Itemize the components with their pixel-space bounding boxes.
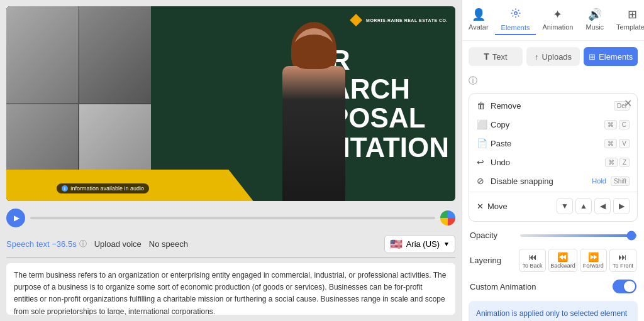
backward-button[interactable]: ⏪ Backward: [548, 249, 577, 272]
templates-icon: ⊞: [628, 8, 637, 21]
top-nav: 👤 Avatar Elements ✦ Animation 🔊 Music ⊞ …: [462, 0, 644, 41]
flag-icon: 🇺🇸: [390, 238, 402, 250]
nav-music[interactable]: 🔊 Music: [579, 5, 610, 35]
context-menu: ✕ 🗑 Remove Del ⬜ Copy ⌘ C 📄 Paste ⌘ V: [469, 93, 638, 222]
move-right-button[interactable]: ▶: [613, 198, 630, 214]
play-button[interactable]: ▶: [6, 209, 25, 227]
menu-item-undo[interactable]: ↩ Undo ⌘ Z: [469, 153, 637, 171]
no-speech-button[interactable]: No speech: [149, 239, 188, 249]
person-body: [282, 66, 345, 201]
logo-area: MORRIS-RAINE REAL ESTATE CO.: [350, 14, 448, 26]
elements-tab-icon: ⊞: [589, 52, 596, 62]
info-circle-icon: ⓘ: [469, 75, 477, 85]
photo-cell-2: [79, 6, 151, 103]
canvas-area: MORRIS-RAINE REAL ESTATE CO. R ARCH POSA…: [6, 6, 455, 201]
animation-icon: ✦: [553, 8, 562, 21]
close-menu-button[interactable]: ✕: [624, 97, 632, 109]
logo-text: MORRIS-RAINE REAL ESTATE CO.: [366, 18, 448, 23]
toggle-knob: [624, 281, 635, 292]
menu-item-remove[interactable]: 🗑 Remove Del: [469, 96, 637, 115]
canvas-inner: MORRIS-RAINE REAL ESTATE CO. R ARCH POSA…: [6, 6, 455, 201]
avatar-icon: 👤: [472, 8, 486, 21]
undo-shortcut: ⌘ Z: [605, 158, 630, 167]
undo-icon: ↩: [477, 157, 491, 167]
to-front-button[interactable]: ⏭ To Front: [609, 249, 636, 272]
uploads-tab-icon: ↑: [535, 52, 539, 62]
to-back-button[interactable]: ⏮ To Back: [519, 249, 546, 272]
move-icon: ✕: [477, 202, 484, 211]
nav-templates[interactable]: ⊞ Templates: [610, 5, 644, 35]
animation-info-box: Animation is applied only to selected el…: [469, 301, 638, 321]
nav-elements[interactable]: Elements: [495, 5, 536, 35]
google-logo-icon: [440, 210, 455, 226]
move-up-button[interactable]: ▲: [575, 198, 592, 214]
voice-selector[interactable]: 🇺🇸 Aria (US) ▼: [384, 235, 455, 253]
chevron-down-icon: ▼: [443, 241, 450, 248]
info-dot-icon: i: [62, 185, 68, 192]
right-panel: 👤 Avatar Elements ✦ Animation 🔊 Music ⊞ …: [462, 0, 644, 321]
playback-bar: ▶: [6, 206, 455, 230]
custom-animation-row: Custom Animation: [462, 276, 644, 297]
upload-voice-button[interactable]: Upload voice: [94, 239, 142, 249]
paste-shortcut: ⌘ V: [604, 139, 630, 148]
paste-icon: 📄: [477, 138, 491, 148]
opacity-row: Opacity: [462, 226, 644, 245]
menu-item-disable-snapping[interactable]: ⊘ Disable snapping Hold Shift: [469, 171, 637, 190]
copy-icon: ⬜: [477, 119, 491, 129]
menu-divider: [469, 192, 637, 192]
opacity-slider[interactable]: [520, 234, 636, 237]
slide-title: R ARCH POSAL NTATION: [330, 46, 449, 162]
forward-button[interactable]: ⏩ Forward: [580, 249, 607, 272]
nav-animation[interactable]: ✦ Animation: [536, 5, 579, 35]
logo-diamond-icon: [350, 14, 362, 26]
elements-icon: [510, 8, 521, 22]
progress-bar[interactable]: [30, 217, 435, 219]
play-icon: ▶: [14, 214, 19, 222]
layering-row: Layering ⏮ To Back ⏪ Backward ⏩ Forward …: [462, 245, 644, 276]
menu-item-move: ✕ Move ▼ ▲ ◀ ▶: [469, 193, 637, 219]
tab-text[interactable]: T Text: [469, 47, 523, 66]
forward-icon: ⏩: [588, 252, 599, 262]
custom-animation-toggle[interactable]: [613, 280, 636, 293]
move-left-button[interactable]: ◀: [594, 198, 611, 214]
tab-elements[interactable]: ⊞ Elements: [584, 47, 638, 66]
snapping-icon: ⊘: [477, 176, 491, 186]
info-badge: i Information available in audio: [57, 183, 149, 193]
layer-buttons-group: ⏮ To Back ⏪ Backward ⏩ Forward ⏭ To Fron…: [519, 249, 636, 272]
move-arrows-group: ▼ ▲ ◀ ▶: [557, 198, 630, 214]
music-icon: 🔊: [588, 8, 602, 21]
speech-info-icon: ⓘ: [79, 239, 87, 249]
text-content-area: The term business refers to an organizat…: [6, 263, 455, 315]
svg-point-0: [514, 12, 517, 15]
action-tabs: T Text ↑ Uploads ⊞ Elements: [462, 41, 644, 72]
speech-text-label[interactable]: Speech text −36.5s ⓘ: [6, 239, 87, 249]
copy-shortcut: ⌘ C: [604, 120, 630, 129]
tab-uploads[interactable]: ↑ Uploads: [526, 47, 580, 66]
left-panel: MORRIS-RAINE REAL ESTATE CO. R ARCH POSA…: [0, 0, 462, 321]
backward-icon: ⏪: [557, 252, 568, 262]
move-down-button[interactable]: ▼: [557, 198, 573, 214]
speech-bar: Speech text −36.5s ⓘ Upload voice No spe…: [6, 235, 455, 258]
to-back-icon: ⏮: [528, 252, 537, 262]
trash-icon: 🗑: [477, 101, 491, 111]
nav-avatar[interactable]: 👤 Avatar: [462, 5, 495, 35]
to-front-icon: ⏭: [618, 252, 627, 262]
info-row: ⓘ: [462, 72, 644, 89]
text-tab-icon: T: [484, 52, 489, 62]
menu-item-copy[interactable]: ⬜ Copy ⌘ C: [469, 115, 637, 134]
snapping-shortcut: Hold Shift: [592, 177, 630, 186]
photo-cell-1: [6, 6, 78, 103]
menu-item-paste[interactable]: 📄 Paste ⌘ V: [469, 134, 637, 153]
person-hair-front: [291, 35, 336, 69]
